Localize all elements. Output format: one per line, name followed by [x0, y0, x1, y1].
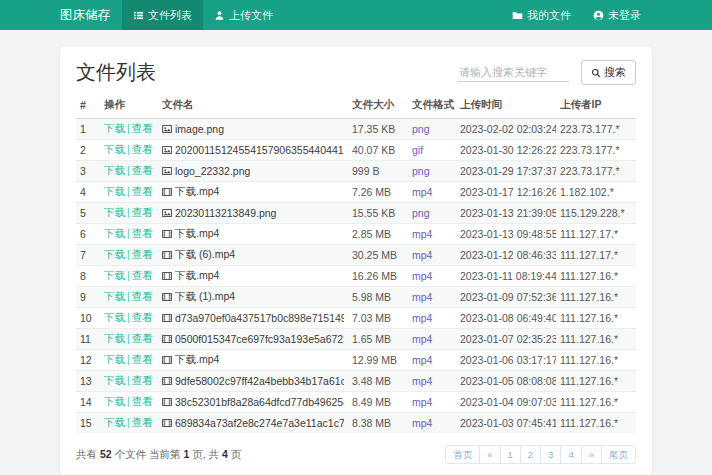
row-index: 10 — [76, 308, 100, 329]
upload-time: 2023-01-05 08:08:08 — [456, 371, 556, 392]
format-link[interactable]: mp4 — [412, 249, 432, 261]
nav-item-my-files[interactable]: 我的文件 — [501, 0, 582, 30]
search-input[interactable] — [457, 63, 569, 82]
row-actions: 下载|查看 — [100, 392, 158, 413]
download-link[interactable]: 下载 — [104, 395, 125, 407]
pagination-first[interactable]: 首页 — [445, 445, 480, 464]
pagination-page-3[interactable]: 3 — [540, 445, 561, 464]
nav-item-upload[interactable]: 上传文件 — [203, 0, 284, 30]
file-name-cell: 下载 (1).mp4 — [158, 287, 348, 308]
nav-item-file-list[interactable]: 文件列表 — [122, 0, 203, 30]
view-link[interactable]: 查看 — [132, 248, 153, 260]
view-link[interactable]: 查看 — [132, 227, 153, 239]
pagination-prev[interactable]: « — [479, 445, 500, 464]
download-link[interactable]: 下载 — [104, 185, 125, 197]
format-link[interactable]: mp4 — [412, 396, 432, 408]
table-row: 6下载|查看下载.mp42.85 MBmp42023-01-13 09:48:5… — [76, 224, 636, 245]
view-link[interactable]: 查看 — [132, 164, 153, 176]
download-link[interactable]: 下载 — [104, 227, 125, 239]
file-format-cell: mp4 — [408, 287, 456, 308]
row-actions: 下载|查看 — [100, 413, 158, 434]
format-link[interactable]: mp4 — [412, 270, 432, 282]
view-link[interactable]: 查看 — [132, 311, 153, 323]
uploader-ip: 111.127.16.* — [556, 392, 636, 413]
view-link[interactable]: 查看 — [132, 206, 153, 218]
view-link[interactable]: 查看 — [132, 332, 153, 344]
download-link[interactable]: 下载 — [104, 290, 125, 302]
download-link[interactable]: 下载 — [104, 206, 125, 218]
film-icon — [162, 292, 172, 302]
uploader-ip: 1.182.102.* — [556, 182, 636, 203]
table-row: 15下载|查看689834a73af2e8c274e7a3e11ac1c784-… — [76, 413, 636, 434]
view-link[interactable]: 查看 — [132, 374, 153, 386]
download-link[interactable]: 下载 — [104, 311, 125, 323]
row-actions: 下载|查看 — [100, 224, 158, 245]
format-link[interactable]: mp4 — [412, 186, 432, 198]
view-link[interactable]: 查看 — [132, 353, 153, 365]
file-size: 5.98 MB — [348, 287, 408, 308]
format-link[interactable]: png — [412, 123, 430, 135]
row-index: 15 — [76, 413, 100, 434]
pagination-page-4[interactable]: 4 — [560, 445, 581, 464]
list-icon — [133, 10, 144, 21]
upload-time: 2023-01-09 07:52:36 — [456, 287, 556, 308]
table-row: 4下载|查看下载.mp47.26 MBmp42023-01-17 12:16:2… — [76, 182, 636, 203]
file-format-cell: mp4 — [408, 392, 456, 413]
format-link[interactable]: mp4 — [412, 333, 432, 345]
table-row: 12下载|查看下载.mp412.99 MBmp42023-01-06 03:17… — [76, 350, 636, 371]
file-size: 16.26 MB — [348, 266, 408, 287]
upload-time: 2023-01-07 02:35:23 — [456, 329, 556, 350]
pagination-page-1[interactable]: 1 — [500, 445, 521, 464]
download-link[interactable]: 下载 — [104, 374, 125, 386]
view-link[interactable]: 查看 — [132, 122, 153, 134]
pagination-last[interactable]: 尾页 — [601, 445, 636, 464]
row-index: 2 — [76, 140, 100, 161]
file-name-cell: 下载.mp4 — [158, 224, 348, 245]
view-link[interactable]: 查看 — [132, 269, 153, 281]
row-actions: 下载|查看 — [100, 266, 158, 287]
download-link[interactable]: 下载 — [104, 353, 125, 365]
download-link[interactable]: 下载 — [104, 122, 125, 134]
search-icon — [591, 68, 601, 78]
format-link[interactable]: mp4 — [412, 291, 432, 303]
row-index: 4 — [76, 182, 100, 203]
view-link[interactable]: 查看 — [132, 143, 153, 155]
image-icon — [162, 166, 172, 176]
format-link[interactable]: mp4 — [412, 312, 432, 324]
file-format-cell: mp4 — [408, 266, 456, 287]
view-link[interactable]: 查看 — [132, 290, 153, 302]
download-link[interactable]: 下载 — [104, 143, 125, 155]
format-link[interactable]: mp4 — [412, 417, 432, 429]
format-link[interactable]: png — [412, 165, 430, 177]
download-link[interactable]: 下载 — [104, 269, 125, 281]
upload-time: 2023-01-13 21:39:05 — [456, 203, 556, 224]
nav-item-login-status[interactable]: 未登录 — [582, 0, 652, 30]
file-size: 3.48 MB — [348, 371, 408, 392]
film-icon — [162, 229, 172, 239]
upload-time: 2023-01-04 09:07:03 — [456, 392, 556, 413]
file-table: #操作文件名文件大小文件格式上传时间上传者IP 1下载|查看image.png1… — [76, 94, 636, 433]
search-button[interactable]: 搜索 — [581, 60, 636, 85]
format-link[interactable]: mp4 — [412, 375, 432, 387]
pagination-next[interactable]: » — [581, 445, 602, 464]
pagination-page-2[interactable]: 2 — [520, 445, 541, 464]
format-link[interactable]: gif — [412, 144, 423, 156]
download-link[interactable]: 下载 — [104, 248, 125, 260]
view-link[interactable]: 查看 — [132, 416, 153, 428]
brand[interactable]: 图床储存 — [60, 7, 110, 24]
format-link[interactable]: mp4 — [412, 228, 432, 240]
table-row: 3下载|查看logo_22332.png999 Bpng2023-01-29 1… — [76, 161, 636, 182]
download-link[interactable]: 下载 — [104, 332, 125, 344]
view-link[interactable]: 查看 — [132, 185, 153, 197]
file-size: 2.85 MB — [348, 224, 408, 245]
uploader-ip: 111.127.17.* — [556, 245, 636, 266]
film-icon — [162, 187, 172, 197]
download-link[interactable]: 下载 — [104, 416, 125, 428]
person-icon — [214, 10, 225, 21]
download-link[interactable]: 下载 — [104, 164, 125, 176]
file-format-cell: png — [408, 203, 456, 224]
format-link[interactable]: png — [412, 207, 430, 219]
view-link[interactable]: 查看 — [132, 395, 153, 407]
row-actions: 下载|查看 — [100, 161, 158, 182]
format-link[interactable]: mp4 — [412, 354, 432, 366]
